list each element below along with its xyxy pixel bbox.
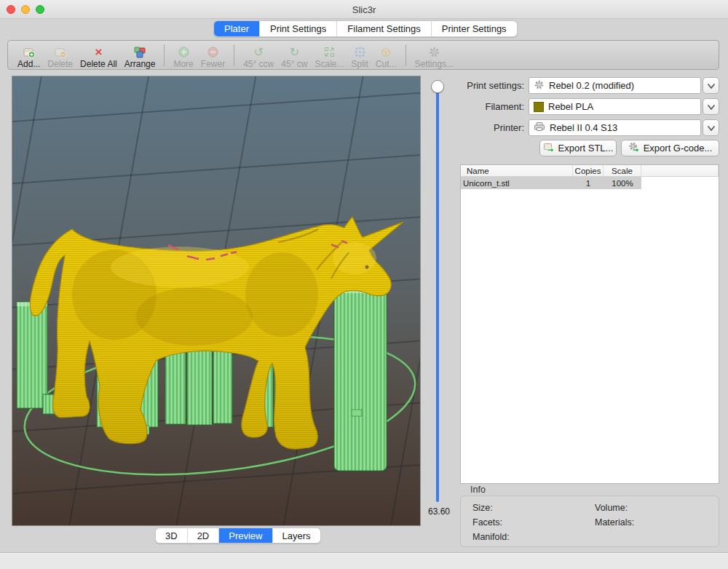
toolbar-separator xyxy=(405,44,406,66)
scale-button[interactable]: Scale... xyxy=(311,42,347,69)
layer-slider-knob[interactable] xyxy=(431,80,444,93)
scale-label: Scale... xyxy=(314,59,344,69)
filament-dropdown-button[interactable] xyxy=(703,98,719,115)
delete-all-button[interactable]: × Delete All xyxy=(76,42,121,69)
rotate-cw-icon: ↻ xyxy=(290,46,299,59)
tab-printer-settings[interactable]: Printer Settings xyxy=(432,21,517,36)
rotate-ccw-icon: ↺ xyxy=(254,46,264,59)
toolbar-separator xyxy=(234,44,234,66)
export-stl-label: Export STL... xyxy=(558,143,614,154)
main-tab-bar: Plater Print Settings Filament Settings … xyxy=(213,20,518,37)
export-gcode-button[interactable]: Export G-code... xyxy=(621,140,719,156)
export-gcode-icon xyxy=(628,142,640,155)
filament-color-swatch xyxy=(534,102,544,112)
red-x-icon: × xyxy=(95,46,102,59)
print-settings-dropdown-button[interactable] xyxy=(703,77,719,94)
rotate-ccw-label: 45° ccw xyxy=(243,59,274,69)
info-materials-label: Materials: xyxy=(595,517,634,528)
delete-label: Delete xyxy=(47,59,73,69)
delete-all-label: Delete All xyxy=(80,59,117,69)
object-list-table[interactable]: Name Copies Scale Unicorn_t.stl 1 100% xyxy=(460,164,719,484)
title-bar: Slic3r xyxy=(0,0,728,19)
tab-filament-settings[interactable]: Filament Settings xyxy=(337,21,431,36)
toolbar-separator xyxy=(164,44,165,66)
plate-3d-viewport[interactable] xyxy=(12,76,421,526)
window-title: Slic3r xyxy=(0,4,728,15)
settings-button[interactable]: Settings... xyxy=(411,42,457,69)
filament-value: Rebel PLA xyxy=(548,101,593,112)
rotate-cw-button[interactable]: ↻ 45° cw xyxy=(277,42,311,69)
printer-dropdown-button[interactable] xyxy=(703,119,719,136)
box-plus-icon xyxy=(22,46,36,59)
chevron-down-icon xyxy=(707,100,716,114)
add-button[interactable]: Add... xyxy=(14,42,44,69)
arrange-button[interactable]: Arrange xyxy=(121,42,159,69)
layer-height-value: 63.60 xyxy=(421,506,450,517)
tab-print-settings[interactable]: Print Settings xyxy=(260,21,337,36)
add-label: Add... xyxy=(17,59,40,69)
view-mode-tab-bar: 3D 2D Preview Layers xyxy=(155,528,321,544)
gear-icon xyxy=(428,46,440,59)
table-header: Name Copies Scale xyxy=(461,165,719,177)
object-copies: 1 xyxy=(573,179,604,188)
more-label: More xyxy=(173,59,193,69)
chevron-down-icon xyxy=(707,79,716,92)
printer-value: Rebel II 0.4 S13 xyxy=(550,122,617,133)
print-settings-label: Print settings: xyxy=(444,80,524,91)
column-header-name[interactable]: Name xyxy=(461,165,573,176)
tab-preview[interactable]: Preview xyxy=(219,528,272,543)
tab-layers[interactable]: Layers xyxy=(273,528,320,543)
column-header-empty xyxy=(641,165,719,176)
export-stl-button[interactable]: Export STL... xyxy=(539,140,617,156)
info-box: Size: Volume: Facets: Materials: Manifol… xyxy=(460,496,719,547)
fewer-label: Fewer xyxy=(201,59,225,69)
minus-circle-icon xyxy=(207,46,219,59)
info-volume-label: Volume: xyxy=(595,503,628,513)
tab-2d[interactable]: 2D xyxy=(188,528,220,543)
print-settings-combo[interactable]: Rebel 0.2 (modified) xyxy=(529,77,701,94)
layer-slider-track[interactable] xyxy=(436,87,439,502)
info-facets-label: Facets: xyxy=(472,517,502,528)
tab-3d[interactable]: 3D xyxy=(156,528,188,543)
export-gcode-label: Export G-code... xyxy=(644,143,713,154)
info-manifold-label: Manifold: xyxy=(472,532,510,542)
column-header-scale[interactable]: Scale xyxy=(604,165,641,176)
plus-circle-icon xyxy=(178,46,190,59)
cut-label: Cut... xyxy=(376,59,397,69)
info-section-title: Info xyxy=(470,485,486,495)
more-button[interactable]: More xyxy=(170,42,197,69)
gear-icon xyxy=(534,79,545,92)
table-row[interactable]: Unicorn_t.stl 1 100% xyxy=(461,177,641,189)
print-settings-value: Rebel 0.2 (modified) xyxy=(549,80,634,91)
object-scale: 100% xyxy=(604,179,641,188)
split-label: Split xyxy=(351,59,368,69)
printer-icon xyxy=(534,122,545,134)
cut-cube-icon xyxy=(379,46,392,59)
chevron-down-icon xyxy=(707,122,716,135)
settings-label: Settings... xyxy=(415,59,454,69)
cut-button[interactable]: Cut... xyxy=(372,42,400,69)
fewer-button[interactable]: Fewer xyxy=(197,42,229,69)
tab-plater[interactable]: Plater xyxy=(214,21,260,36)
filament-combo[interactable]: Rebel PLA xyxy=(529,98,701,115)
split-button[interactable]: Split xyxy=(347,42,371,69)
arrange-label: Arrange xyxy=(124,59,156,69)
cubes-icon xyxy=(133,46,146,59)
box-minus-icon xyxy=(53,46,68,59)
printer-label: Printer: xyxy=(444,122,524,133)
delete-button[interactable]: Delete xyxy=(44,42,76,69)
scale-arrows-icon xyxy=(323,46,336,59)
export-stl-icon xyxy=(543,142,555,155)
object-name: Unicorn_t.stl xyxy=(461,179,573,188)
column-header-copies[interactable]: Copies xyxy=(573,165,604,176)
filament-label: Filament: xyxy=(444,101,524,112)
rotate-ccw-button[interactable]: ↺ 45° ccw xyxy=(240,42,277,69)
toolbar: Add... Delete × Delete All Arrange xyxy=(7,40,719,70)
model-eye xyxy=(365,266,369,269)
status-bar xyxy=(0,553,728,569)
info-size-label: Size: xyxy=(472,503,493,513)
printer-combo[interactable]: Rebel II 0.4 S13 xyxy=(529,119,701,136)
rotate-cw-label: 45° cw xyxy=(281,59,307,69)
split-dots-icon xyxy=(354,46,366,59)
